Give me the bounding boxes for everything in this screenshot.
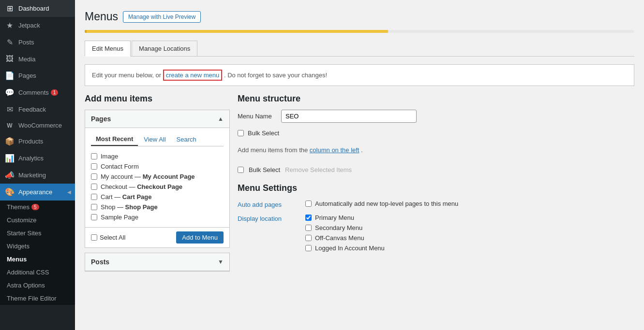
sidebar-item-posts[interactable]: ✎ Posts bbox=[0, 34, 75, 51]
location-off-canvas-menu[interactable]: Off-Canvas Menu bbox=[305, 234, 385, 242]
bulk-select-row-bottom: Bulk Select Remove Selected Items bbox=[238, 166, 634, 173]
auto-add-checkbox-label[interactable]: Automatically add new top-level pages to… bbox=[305, 200, 458, 207]
display-location-row: Display location Primary Menu Secondary … bbox=[238, 214, 634, 252]
posts-accordion-header[interactable]: Posts ▼ bbox=[85, 253, 229, 271]
content-grid: Add menu items Pages ▲ Most Recent View … bbox=[85, 94, 634, 276]
appearance-icon: 🎨 bbox=[5, 187, 15, 197]
auto-add-pages-row: Auto add pages Automatically add new top… bbox=[238, 200, 634, 208]
logged-in-account-menu-checkbox[interactable] bbox=[305, 245, 312, 251]
menu-name-row: Menu Name bbox=[238, 110, 634, 123]
sidebar-item-analytics[interactable]: 📊 Analytics bbox=[0, 150, 75, 167]
sidebar-item-additional-css[interactable]: Additional CSS bbox=[0, 266, 75, 279]
location-primary-menu[interactable]: Primary Menu bbox=[305, 214, 385, 221]
off-canvas-menu-checkbox[interactable] bbox=[305, 235, 312, 241]
sidebar-item-widgets[interactable]: Widgets bbox=[0, 240, 75, 253]
sidebar-item-products[interactable]: 📦 Products bbox=[0, 133, 75, 150]
pages-accordion-body: Most Recent View All Search Image Contac… bbox=[85, 128, 229, 227]
media-icon: 🖼 bbox=[5, 55, 15, 63]
menu-settings: Menu Settings Auto add pages Automatical… bbox=[238, 183, 634, 252]
sidebar-item-jetpack[interactable]: ★ Jetpack bbox=[0, 17, 75, 34]
bulk-select-row-top: Bulk Select bbox=[238, 129, 634, 137]
add-to-menu-button[interactable]: Add to Menu bbox=[176, 231, 224, 244]
page-title: Menus bbox=[85, 10, 118, 24]
tab-view-all[interactable]: View All bbox=[139, 133, 170, 146]
primary-menu-checkbox[interactable] bbox=[305, 215, 312, 221]
select-all-label[interactable]: Select All bbox=[91, 234, 125, 241]
list-item: Cart — Cart Page bbox=[91, 192, 224, 202]
left-panel: Add menu items Pages ▲ Most Recent View … bbox=[85, 94, 230, 276]
sidebar-item-media[interactable]: 🖼 Media bbox=[0, 51, 75, 67]
page-checkbox-my-account[interactable] bbox=[91, 173, 97, 180]
sidebar-item-themes[interactable]: Themes 5 bbox=[0, 201, 75, 214]
pages-accordion: Pages ▲ Most Recent View All Search Ima bbox=[85, 110, 230, 248]
sidebar-item-feedback[interactable]: ✉ Feedback bbox=[0, 101, 75, 118]
bulk-select-checkbox-top[interactable] bbox=[238, 130, 244, 136]
list-item: Contact Form bbox=[91, 161, 224, 172]
list-item: Sample Page bbox=[91, 212, 224, 222]
menu-structure-title: Menu structure bbox=[238, 94, 634, 104]
main-content: Menus Manage with Live Preview Edit Menu… bbox=[75, 0, 644, 330]
woocommerce-icon: W bbox=[5, 122, 15, 129]
pages-accordion-header[interactable]: Pages ▲ bbox=[85, 110, 229, 128]
products-icon: 📦 bbox=[5, 137, 15, 146]
sidebar-item-theme-file-editor[interactable]: Theme File Editor bbox=[0, 292, 75, 305]
pages-accordion-arrow: ▲ bbox=[218, 115, 224, 122]
sidebar-item-pages[interactable]: 📄 Pages bbox=[0, 67, 75, 84]
auto-add-checkbox[interactable] bbox=[305, 201, 312, 207]
tab-manage-locations[interactable]: Manage Locations bbox=[132, 41, 197, 56]
sidebar-item-appearance[interactable]: 🎨 Appearance ◀ bbox=[0, 184, 75, 201]
jetpack-icon: ★ bbox=[5, 21, 15, 30]
list-item: My account — My Account Page bbox=[91, 172, 224, 182]
page-checkbox-cart[interactable] bbox=[91, 194, 97, 200]
location-logged-in-account-menu[interactable]: Logged In Account Menu bbox=[305, 244, 385, 252]
location-secondary-menu[interactable]: Secondary Menu bbox=[305, 224, 385, 231]
appearance-submenu: Themes 5 Customize Starter Sites Widgets… bbox=[0, 201, 75, 305]
create-new-menu-link[interactable]: create a new menu bbox=[166, 72, 220, 79]
column-link[interactable]: column on the left bbox=[310, 146, 359, 154]
sidebar-item-astra-options[interactable]: Astra Options bbox=[0, 279, 75, 292]
menu-settings-title: Menu Settings bbox=[238, 183, 634, 193]
page-checkbox-checkout[interactable] bbox=[91, 184, 97, 190]
sidebar-item-woocommerce[interactable]: W WooCommerce bbox=[0, 118, 75, 133]
menu-name-input[interactable] bbox=[281, 110, 417, 123]
comments-badge: 1 bbox=[51, 89, 59, 96]
tab-most-recent[interactable]: Most Recent bbox=[91, 133, 138, 146]
remove-selected-link[interactable]: Remove Selected Items bbox=[285, 166, 352, 173]
edit-menu-message: Edit your menu below, or create a new me… bbox=[85, 64, 634, 86]
add-menu-items-title: Add menu items bbox=[85, 94, 230, 104]
add-items-message: Add menu items from the column on the le… bbox=[238, 142, 634, 158]
sidebar-item-starter-sites[interactable]: Starter Sites bbox=[0, 227, 75, 240]
page-checkbox-image[interactable] bbox=[91, 153, 97, 159]
page-checkbox-sample[interactable] bbox=[91, 214, 97, 220]
sidebar-item-menus[interactable]: Menus bbox=[0, 253, 75, 266]
list-item: Checkout — Checkout Page bbox=[91, 182, 224, 192]
sidebar: ⊞ Dashboard ★ Jetpack ✎ Posts 🖼 Media 📄 … bbox=[0, 0, 75, 330]
page-list: Image Contact Form My account — My Accou… bbox=[91, 151, 224, 222]
comments-icon: 💬 bbox=[5, 88, 15, 97]
tabs: Edit Menus Manage Locations bbox=[85, 41, 634, 57]
menu-name-label: Menu Name bbox=[238, 113, 276, 120]
display-location-options: Primary Menu Secondary Menu Off-Canvas M… bbox=[305, 214, 385, 252]
page-checkbox-shop[interactable] bbox=[91, 204, 97, 210]
page-checkbox-contact-form[interactable] bbox=[91, 163, 97, 170]
page-header: Menus Manage with Live Preview bbox=[85, 10, 634, 24]
dashboard-icon: ⊞ bbox=[5, 4, 15, 13]
pages-icon: 📄 bbox=[5, 71, 15, 80]
tab-search[interactable]: Search bbox=[172, 133, 201, 146]
appearance-arrow: ◀ bbox=[67, 189, 71, 195]
live-preview-button[interactable]: Manage with Live Preview bbox=[123, 11, 201, 23]
sidebar-item-marketing[interactable]: 📣 Marketing bbox=[0, 167, 75, 184]
tab-edit-menus[interactable]: Edit Menus bbox=[85, 41, 131, 57]
sidebar-item-customize[interactable]: Customize bbox=[0, 214, 75, 227]
select-all-checkbox[interactable] bbox=[91, 234, 97, 241]
feedback-icon: ✉ bbox=[5, 105, 15, 114]
pages-accordion-footer: Select All Add to Menu bbox=[85, 227, 229, 247]
secondary-menu-checkbox[interactable] bbox=[305, 225, 312, 231]
create-new-menu-highlight: create a new menu bbox=[163, 70, 223, 81]
sidebar-item-dashboard[interactable]: ⊞ Dashboard bbox=[0, 0, 75, 17]
sidebar-item-comments[interactable]: 💬 Comments 1 bbox=[0, 84, 75, 101]
bulk-select-checkbox-bottom[interactable] bbox=[238, 167, 244, 173]
posts-icon: ✎ bbox=[5, 38, 15, 47]
list-item: Image bbox=[91, 151, 224, 161]
auto-add-options: Automatically add new top-level pages to… bbox=[305, 200, 458, 207]
